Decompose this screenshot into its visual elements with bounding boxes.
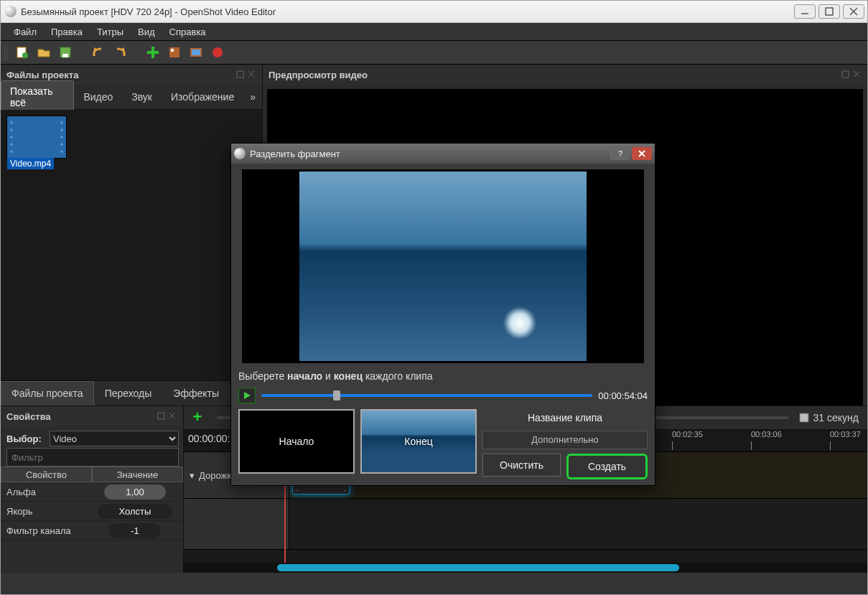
window-titlebar: Безымянный проект [HDV 720 24p] - OpenSh… [1, 1, 867, 23]
prop-header-key: Свойство [1, 467, 92, 482]
export-icon[interactable] [210, 45, 225, 60]
prop-header-value: Значение [92, 467, 183, 482]
project-file-thumbnail[interactable]: Video.mp4 [6, 116, 67, 159]
dialog-seek-slider[interactable] [261, 394, 592, 397]
fullscreen-icon[interactable] [189, 45, 203, 60]
tab-project-files[interactable]: Файлы проекта [1, 381, 94, 406]
dialog-help-button[interactable]: ? [610, 147, 630, 160]
menu-bar: Файл Правка Титры Вид Справка [1, 23, 867, 41]
main-toolbar [1, 41, 867, 65]
properties-title: Свойства [6, 411, 51, 422]
new-project-icon[interactable] [15, 45, 29, 60]
import-file-icon[interactable] [146, 45, 160, 60]
dialog-icon [234, 148, 246, 159]
split-clip-dialog: Разделить фрагмент ? Выберете начало и к… [230, 143, 655, 486]
svg-marker-30 [244, 392, 251, 399]
dialog-instruction: Выберете начало и конец каждого клипа [237, 367, 649, 388]
dialog-play-button[interactable] [238, 388, 256, 403]
menu-titles[interactable]: Титры [90, 24, 131, 39]
project-file-name: Video.mp4 [7, 158, 54, 169]
close-preview-icon[interactable] [853, 70, 862, 79]
svg-rect-23 [158, 413, 164, 419]
preview-title: Предпросмотр видео [269, 70, 368, 80]
clip-name-input[interactable]: Дополнительно [482, 431, 648, 449]
status-bar [1, 573, 867, 590]
undo-icon[interactable] [91, 45, 106, 60]
tab-transitions[interactable]: Переходы [94, 381, 163, 406]
svg-point-16 [213, 47, 223, 57]
svg-rect-7 [62, 54, 68, 57]
save-project-icon[interactable] [58, 45, 73, 60]
clip-name-label: Название клипа [482, 409, 648, 426]
dialog-title: Разделить фрагмент [250, 149, 607, 159]
svg-point-5 [22, 52, 28, 58]
svg-rect-1 [826, 8, 833, 15]
toolbar-grip[interactable] [4, 45, 8, 60]
menu-file[interactable]: Файл [6, 24, 44, 39]
clear-button[interactable]: Очистить [482, 454, 561, 477]
undock-props-icon[interactable] [157, 412, 166, 421]
create-button[interactable]: Создать [566, 454, 648, 479]
filter-image-tab[interactable]: Изображение [162, 86, 243, 108]
menu-edit[interactable]: Правка [44, 24, 90, 39]
properties-panel: Свойства Выбор: Video Свойство Значение [1, 406, 184, 573]
close-panel-icon[interactable] [248, 70, 256, 79]
snap-icon[interactable] [799, 413, 809, 423]
prop-row: Фильтр канала -1 [1, 521, 183, 540]
svg-rect-17 [237, 71, 243, 78]
dialog-time: 00:00:54:04 [598, 390, 648, 401]
end-frame-box[interactable]: Конец [360, 409, 477, 474]
dialog-close-button[interactable] [632, 147, 652, 160]
timeline-track-empty[interactable] [184, 499, 867, 550]
dialog-preview [242, 169, 644, 363]
maximize-button[interactable] [818, 4, 840, 19]
minimize-button[interactable] [794, 4, 816, 19]
tab-effects[interactable]: Эффекты [162, 381, 230, 406]
window-title: Безымянный проект [HDV 720 24p] - OpenSh… [21, 6, 794, 17]
menu-view[interactable]: Вид [131, 24, 162, 39]
svg-text:?: ? [618, 150, 622, 158]
selection-dropdown[interactable]: Video [50, 431, 179, 446]
prop-row: Альфа 1,00 [1, 482, 183, 502]
prop-alpha-value[interactable]: 1,00 [104, 484, 165, 500]
project-files-panel: Файлы проекта Показать всё Видео Звук Из… [1, 65, 263, 406]
filter-all-tab[interactable]: Показать всё [1, 80, 74, 113]
profile-icon[interactable] [167, 45, 182, 60]
undock-icon[interactable] [236, 70, 245, 79]
svg-rect-26 [800, 413, 808, 422]
prop-channel-value[interactable]: -1 [109, 523, 161, 538]
close-button[interactable] [843, 4, 864, 19]
close-props-icon[interactable] [169, 412, 177, 421]
svg-rect-13 [171, 49, 174, 52]
zoom-label: 31 секунд [813, 412, 863, 423]
filter-audio-tab[interactable]: Звук [122, 86, 162, 108]
svg-rect-15 [192, 50, 200, 55]
prop-row: Якорь Холсты [1, 502, 183, 521]
open-project-icon[interactable] [37, 45, 51, 60]
undock-preview-icon[interactable] [841, 70, 850, 79]
add-track-button[interactable]: + [188, 408, 207, 427]
redo-icon[interactable] [113, 45, 127, 60]
start-frame-box[interactable]: Начало [238, 409, 355, 474]
project-files-title: Файлы проекта [6, 70, 78, 80]
timeline-scrollbar[interactable] [184, 563, 867, 573]
prop-anchor-value[interactable]: Холсты [98, 504, 173, 519]
filter-more[interactable]: » [243, 86, 262, 108]
filter-input[interactable] [6, 448, 179, 467]
menu-help[interactable]: Справка [162, 24, 213, 39]
svg-rect-20 [842, 71, 849, 78]
app-icon [5, 6, 17, 17]
selection-label: Выбор: [1, 434, 50, 444]
filter-video-tab[interactable]: Видео [74, 86, 122, 108]
